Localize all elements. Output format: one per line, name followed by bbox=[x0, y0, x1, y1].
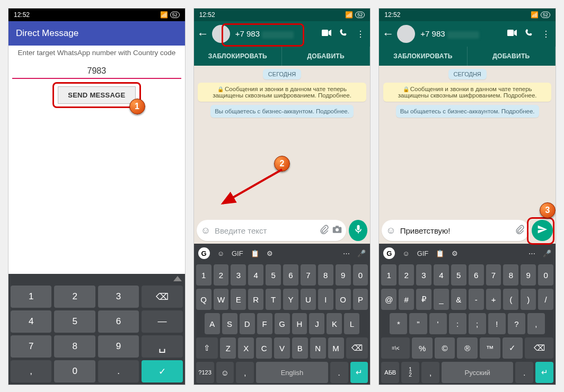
key-L[interactable]: L bbox=[344, 313, 359, 334]
key-;[interactable]: ; bbox=[469, 313, 486, 334]
voice-call-icon[interactable] bbox=[522, 29, 536, 39]
key-?[interactable]: ? bbox=[508, 313, 525, 334]
key-enter[interactable]: ↵ bbox=[535, 362, 553, 383]
encryption-notice[interactable]: 🔒Сообщения и звонки в данном чате теперь… bbox=[198, 83, 366, 102]
key-™[interactable]: ™ bbox=[480, 337, 500, 359]
key-6[interactable]: 6 bbox=[283, 264, 298, 286]
key-"[interactable]: " bbox=[409, 313, 427, 334]
key-T[interactable]: T bbox=[266, 289, 281, 310]
key-E[interactable]: E bbox=[231, 289, 246, 310]
key-'[interactable]: ' bbox=[429, 313, 447, 334]
key-8[interactable]: 8 bbox=[54, 335, 95, 358]
key-12[interactable]: 12 bbox=[401, 362, 419, 383]
key-6[interactable]: 6 bbox=[469, 264, 484, 286]
key-abc[interactable]: АБВ bbox=[381, 362, 399, 383]
tab-block[interactable]: ЗАБЛОКИРОВАТЬ bbox=[379, 47, 467, 66]
key-R[interactable]: R bbox=[248, 289, 263, 310]
key-9[interactable]: 9 bbox=[98, 335, 139, 358]
key-©[interactable]: © bbox=[435, 337, 455, 359]
key-B[interactable]: B bbox=[292, 337, 308, 359]
key-N[interactable]: N bbox=[310, 337, 326, 359]
tab-add[interactable]: ДОБАВИТЬ bbox=[468, 47, 556, 66]
message-input[interactable] bbox=[214, 226, 316, 236]
key-([interactable]: ( bbox=[503, 289, 518, 310]
key-2[interactable]: 2 bbox=[54, 286, 95, 308]
key-)[interactable]: ) bbox=[521, 289, 536, 310]
key-G[interactable]: G bbox=[275, 313, 290, 334]
key-/[interactable]: / bbox=[538, 289, 553, 310]
message-input[interactable] bbox=[399, 226, 512, 236]
contact-name[interactable]: +7 983 bbox=[232, 29, 318, 38]
menu-icon[interactable]: ⋮ bbox=[353, 29, 368, 39]
key-₽[interactable]: ₽ bbox=[416, 289, 431, 310]
key-comma[interactable]: , bbox=[236, 362, 254, 383]
key-![interactable]: ! bbox=[488, 313, 506, 334]
key-5[interactable]: 5 bbox=[266, 264, 281, 286]
video-call-icon[interactable] bbox=[505, 29, 519, 39]
key-✓[interactable]: ✓ bbox=[503, 337, 523, 359]
menu-icon[interactable]: ⋮ bbox=[539, 29, 553, 39]
more-icon[interactable]: ⋯ bbox=[528, 250, 535, 257]
key-6[interactable]: 6 bbox=[98, 310, 139, 333]
key-more-symbols[interactable]: =\< bbox=[381, 337, 410, 359]
mic-icon[interactable]: 🎤 bbox=[357, 250, 366, 257]
key-X[interactable]: X bbox=[238, 337, 254, 359]
voice-call-icon[interactable] bbox=[336, 29, 351, 39]
settings-icon[interactable]: ⚙ bbox=[452, 250, 458, 257]
key-5[interactable]: 5 bbox=[54, 310, 95, 333]
keyboard-collapse-bar[interactable] bbox=[8, 274, 185, 283]
key-space[interactable]: English bbox=[256, 362, 328, 383]
attach-icon[interactable] bbox=[320, 225, 329, 237]
more-icon[interactable]: ⋯ bbox=[343, 250, 350, 257]
key-J[interactable]: J bbox=[309, 313, 324, 334]
key--[interactable]: - bbox=[469, 289, 484, 310]
key-D[interactable]: D bbox=[240, 313, 255, 334]
key-8[interactable]: 8 bbox=[503, 264, 518, 286]
business-notice[interactable]: Вы общаетесь с бизнес-аккаунтом. Подробн… bbox=[396, 105, 539, 118]
key-space[interactable]: Русский bbox=[442, 362, 513, 383]
key-®[interactable]: ® bbox=[457, 337, 478, 359]
attach-icon[interactable] bbox=[515, 225, 525, 237]
key-9[interactable]: 9 bbox=[521, 264, 536, 286]
key-7[interactable]: 7 bbox=[11, 335, 51, 358]
key-dot[interactable]: . bbox=[330, 362, 348, 383]
key-7[interactable]: 7 bbox=[486, 264, 501, 286]
key-4[interactable]: 4 bbox=[11, 310, 51, 333]
key-H[interactable]: H bbox=[292, 313, 307, 334]
sticker-icon[interactable]: ☺ bbox=[402, 250, 409, 257]
key-9[interactable]: 9 bbox=[336, 264, 351, 286]
key-8[interactable]: 8 bbox=[318, 264, 333, 286]
google-icon[interactable]: G bbox=[383, 247, 395, 259]
gif-icon[interactable]: GIF bbox=[417, 250, 429, 257]
key-@[interactable]: @ bbox=[381, 289, 396, 310]
key-F[interactable]: F bbox=[257, 313, 272, 334]
key-emoji[interactable]: ☺ bbox=[216, 362, 234, 383]
key-backspace[interactable]: ⌫ bbox=[346, 337, 368, 359]
key-I[interactable]: I bbox=[318, 289, 333, 310]
key-3[interactable]: 3 bbox=[416, 264, 431, 286]
key-P[interactable]: P bbox=[353, 289, 368, 310]
key-3[interactable]: 3 bbox=[98, 286, 139, 308]
key-0[interactable]: 0 bbox=[538, 264, 553, 286]
key-M[interactable]: M bbox=[328, 337, 344, 359]
key-O[interactable]: O bbox=[336, 289, 351, 310]
settings-icon[interactable]: ⚙ bbox=[267, 250, 273, 257]
key-#[interactable]: # bbox=[399, 289, 414, 310]
key-2[interactable]: 2 bbox=[399, 264, 414, 286]
key-7[interactable]: 7 bbox=[301, 264, 316, 286]
avatar[interactable] bbox=[212, 25, 230, 43]
avatar[interactable] bbox=[397, 25, 415, 43]
key-dot[interactable]: . bbox=[98, 360, 139, 382]
key-shift[interactable]: ⇧ bbox=[196, 337, 218, 359]
key-1[interactable]: 1 bbox=[196, 264, 212, 286]
back-button[interactable]: ← bbox=[196, 27, 210, 41]
key-C[interactable]: C bbox=[256, 337, 272, 359]
key-4[interactable]: 4 bbox=[248, 264, 263, 286]
key-Y[interactable]: Y bbox=[283, 289, 298, 310]
clipboard-icon[interactable]: 📋 bbox=[251, 250, 259, 257]
key-3[interactable]: 3 bbox=[231, 264, 246, 286]
key-_[interactable]: _ bbox=[434, 289, 449, 310]
key-2[interactable]: 2 bbox=[214, 264, 229, 286]
phone-number-input[interactable] bbox=[12, 64, 181, 79]
key-S[interactable]: S bbox=[222, 313, 237, 334]
